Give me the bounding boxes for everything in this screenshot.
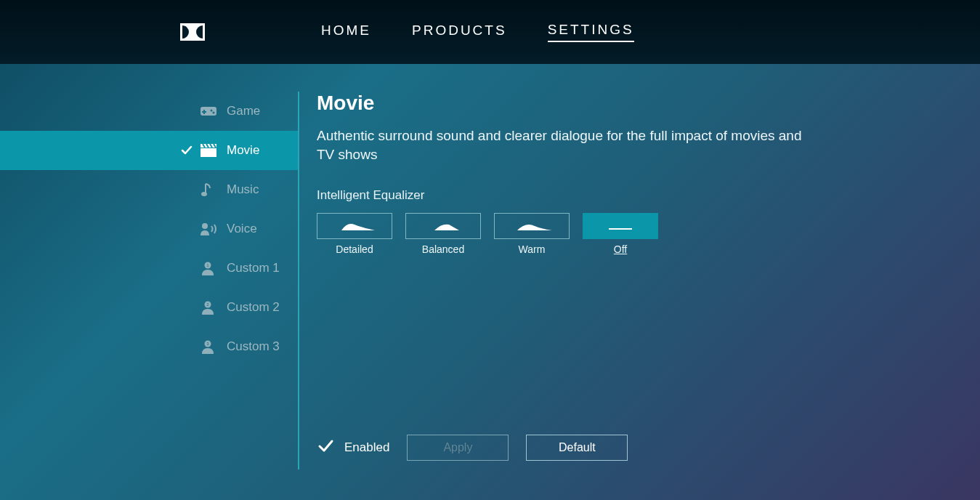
user-2-icon: 2 — [201, 300, 218, 315]
sidebar-item-custom-2[interactable]: 2Custom 2 — [0, 288, 298, 327]
gamepad-icon — [201, 104, 218, 118]
svg-point-5 — [213, 112, 215, 114]
svg-point-7 — [201, 192, 207, 196]
svg-point-8 — [202, 223, 208, 229]
music-note-icon — [201, 182, 218, 197]
eq-option-label: Detailed — [336, 243, 373, 255]
eq-section-label: Intelligent Equalizer — [317, 188, 822, 203]
apply-button-label: Apply — [443, 441, 472, 454]
sidebar-item-label: Custom 3 — [227, 339, 280, 354]
sidebar-item-music[interactable]: Music — [0, 170, 298, 209]
sidebar-item-custom-3[interactable]: 3Custom 3 — [0, 327, 298, 366]
eq-option-off[interactable]: Off — [583, 213, 658, 255]
profile-title: Movie — [317, 92, 822, 115]
svg-rect-3 — [202, 111, 206, 113]
sidebar-item-label: Voice — [227, 222, 257, 236]
sidebar-item-voice[interactable]: Voice — [0, 209, 298, 249]
sidebar-item-label: Music — [227, 182, 259, 197]
eq-option-label: Warm — [519, 243, 546, 255]
sidebar-item-label: Custom 1 — [227, 261, 280, 275]
eq-option-label: Balanced — [422, 243, 464, 255]
check-icon — [317, 438, 334, 459]
enabled-label: Enabled — [344, 440, 389, 455]
content-panel: Movie Authentic surround sound and clear… — [299, 92, 822, 469]
profile-sidebar: GameMovieMusicVoice1Custom 12Custom 23Cu… — [0, 92, 298, 469]
nav-link-settings[interactable]: SETTINGS — [548, 22, 634, 42]
svg-rect-6 — [201, 148, 216, 157]
sidebar-item-custom-1[interactable]: 1Custom 1 — [0, 249, 298, 288]
sidebar-item-movie[interactable]: Movie — [0, 131, 298, 170]
eq-curve-detailed-icon — [317, 213, 392, 239]
nav-link-products[interactable]: PRODUCTS — [412, 23, 507, 41]
eq-option-warm[interactable]: Warm — [494, 213, 570, 255]
eq-option-balanced[interactable]: Balanced — [405, 213, 481, 255]
profile-description: Authentic surround sound and clearer dia… — [317, 126, 822, 164]
top-bar: HOMEPRODUCTSSETTINGS — [0, 0, 980, 64]
apply-button[interactable]: Apply — [407, 435, 509, 461]
eq-curve-warm-icon — [494, 213, 570, 239]
voice-icon — [201, 222, 218, 236]
sidebar-item-label: Custom 2 — [227, 300, 280, 315]
eq-option-detailed[interactable]: Detailed — [317, 213, 392, 255]
default-button[interactable]: Default — [526, 435, 628, 461]
eq-option-label: Off — [614, 243, 627, 255]
clapper-icon — [201, 143, 218, 158]
dolby-logo — [180, 23, 205, 41]
eq-curve-off-icon — [583, 213, 658, 239]
sidebar-item-game[interactable]: Game — [0, 92, 298, 131]
sidebar-item-label: Movie — [227, 143, 259, 158]
default-button-label: Default — [559, 441, 596, 454]
enabled-toggle[interactable]: Enabled — [317, 438, 389, 459]
eq-options-row: DetailedBalancedWarmOff — [317, 213, 822, 255]
check-icon — [180, 144, 193, 157]
eq-curve-balanced-icon — [405, 213, 481, 239]
user-1-icon: 1 — [201, 261, 218, 275]
footer-bar: Enabled Apply Default — [317, 435, 628, 461]
svg-point-4 — [211, 110, 213, 112]
user-3-icon: 3 — [201, 339, 218, 354]
sidebar-item-label: Game — [227, 104, 260, 118]
nav-link-home[interactable]: HOME — [321, 23, 371, 41]
